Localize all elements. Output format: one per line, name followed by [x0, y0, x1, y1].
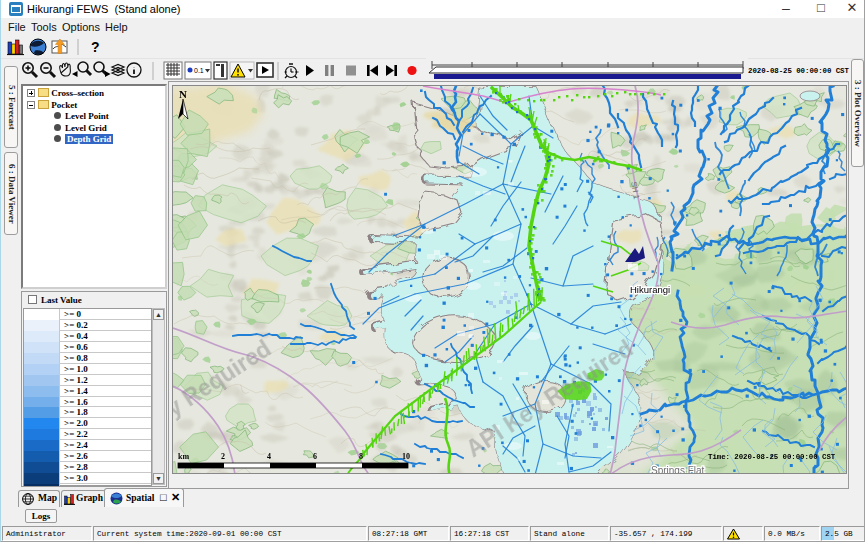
svg-text:4: 4	[267, 452, 271, 461]
svg-text:?: ?	[91, 39, 100, 55]
svg-text:km: km	[178, 452, 189, 461]
svg-text:6: 6	[313, 452, 317, 461]
svg-text:N: N	[179, 88, 187, 100]
svg-text:Springs Flat: Springs Flat	[651, 465, 705, 474]
svg-text:8: 8	[359, 452, 363, 461]
svg-text:10: 10	[402, 452, 410, 461]
svg-text:0.1: 0.1	[194, 67, 204, 74]
svg-text:2: 2	[221, 452, 225, 461]
svg-text:Time: 2020-08-25 00:00:00 CST: Time: 2020-08-25 00:00:00 CST	[708, 453, 836, 461]
svg-text:Hikurangi: Hikurangi	[630, 284, 670, 295]
